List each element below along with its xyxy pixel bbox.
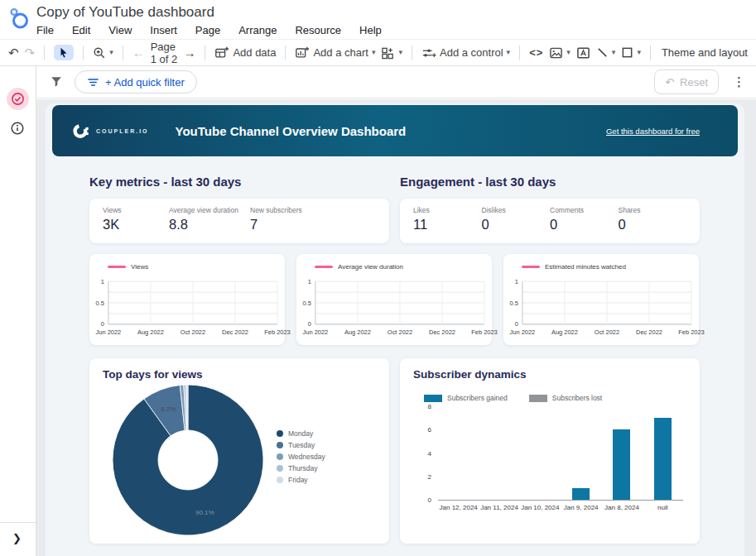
legend-item: Tuesday [277, 441, 325, 449]
metric-label: Views [103, 206, 169, 214]
info-icon [10, 121, 25, 136]
check-circle-icon [11, 92, 25, 106]
add-data-label: Add data [233, 46, 276, 59]
bar-legend: Subscribers gainedSubscribers lost [424, 394, 686, 402]
rail-divider [0, 522, 36, 523]
quick-filter-label: + Add quick filter [105, 76, 185, 89]
avg-view-duration-line-chart: Jun 2022Aug 2022Oct 2022Dec 2022Feb 2023… [299, 274, 489, 343]
chart-title: Top days for views [103, 368, 376, 381]
metric-label: Average view duration [169, 206, 250, 214]
svg-text:Feb 2023: Feb 2023 [678, 328, 705, 336]
estimated-minutes-line-chart: Jun 2022Aug 2022Oct 2022Dec 2022Feb 2023… [506, 274, 696, 343]
menu-edit[interactable]: Edit [72, 24, 90, 36]
insert-shape-button[interactable]: ▾ [621, 46, 641, 59]
metric-avg-view-duration: Average view duration 8.8 [169, 206, 250, 236]
toolbar: ↶ ↷ ▾ ← Page 1 of 2 → Add data Add a cha… [0, 40, 756, 66]
metric-shares: Shares 0 [619, 206, 687, 236]
chevron-down-icon: ▾ [566, 49, 571, 56]
metric-value: 0 [482, 217, 551, 232]
legend-dot [277, 442, 283, 448]
add-data-icon [214, 46, 229, 60]
expand-panel-button[interactable]: ❯ [12, 532, 22, 544]
reset-button[interactable]: ↶ Reset [654, 70, 719, 94]
views-line-chart-card[interactable]: Views Jun 2022Aug 2022Oct 2022Dec 2022Fe… [89, 254, 285, 345]
text-icon [576, 46, 590, 60]
report-canvas: COUPLER.IO YouTube Channel Overview Dash… [36, 99, 756, 556]
legend-item: Thursday [277, 464, 325, 472]
chart-legend: Views [108, 263, 148, 271]
legend-swatch [424, 395, 442, 402]
svg-text:1: 1 [515, 278, 518, 285]
subscriber-dynamics-bar-card[interactable]: Subscriber dynamics Subscribers gainedSu… [400, 358, 700, 544]
looker-studio-logo[interactable] [8, 7, 31, 31]
estimated-minutes-line-chart-card[interactable]: Estimated minutes watched Jun 2022Aug 20… [503, 254, 699, 345]
menu-file[interactable]: File [36, 24, 54, 36]
insert-image-button[interactable]: ▾ [549, 46, 571, 60]
more-options-button[interactable]: ⋮ [730, 74, 748, 89]
filter-list-icon [87, 77, 99, 88]
metric-new-subscribers: New subscribers 7 [250, 206, 302, 236]
menu-resource[interactable]: Resource [295, 24, 341, 36]
svg-text:Oct 2022: Oct 2022 [181, 328, 205, 336]
previous-page-button[interactable]: ← [132, 46, 145, 59]
undo-icon: ↶ [8, 46, 19, 59]
metric-label: Comments [550, 206, 619, 214]
add-chart-icon [295, 46, 310, 60]
metric-value: 8.8 [169, 217, 250, 232]
menu-insert[interactable]: Insert [150, 24, 177, 36]
svg-text:0.5: 0.5 [303, 300, 311, 307]
legend-item: Friday [277, 476, 325, 484]
insert-line-button[interactable]: ▾ [596, 46, 616, 59]
bar [613, 429, 630, 500]
zoom-tool-button[interactable]: ▾ [93, 46, 113, 60]
add-control-label: Add a control [440, 46, 503, 59]
legend-swatch [529, 395, 547, 402]
get-dashboard-link[interactable]: Get this dashboard for free [606, 127, 700, 136]
chart-legend: Estimated minutes watched [522, 263, 626, 271]
next-page-button[interactable]: → [183, 46, 195, 59]
document-title[interactable]: Copy of YouTube dashboard [36, 4, 214, 21]
toolbar-divider [44, 46, 45, 60]
add-control-icon [421, 46, 436, 60]
approval-status-button[interactable] [7, 88, 29, 110]
undo-button[interactable]: ↶ [8, 46, 19, 59]
redo-button[interactable]: ↷ [25, 46, 36, 59]
select-tool-button[interactable] [54, 45, 74, 60]
legend-line-swatch [522, 266, 540, 268]
add-control-button[interactable]: Add a control ▾ [421, 46, 510, 60]
menu-arrange[interactable]: Arrange [238, 24, 277, 36]
info-button[interactable] [10, 121, 25, 136]
metric-label: Dislikes [482, 206, 551, 214]
report-page: COUPLER.IO YouTube Channel Overview Dash… [46, 103, 744, 556]
svg-text:Aug 2022: Aug 2022 [551, 328, 578, 336]
report-banner[interactable]: COUPLER.IO YouTube Channel Overview Dash… [52, 105, 738, 156]
svg-text:0: 0 [101, 320, 104, 328]
svg-text:1: 1 [308, 278, 311, 285]
embed-url-button[interactable]: <> [529, 46, 543, 59]
community-visualizations-button[interactable]: ▾ [381, 46, 402, 60]
metric-likes: Likes 11 [413, 206, 482, 236]
chart-legend: Average view duration [315, 263, 403, 271]
menu-view[interactable]: View [108, 24, 132, 36]
insert-text-button[interactable] [576, 46, 590, 60]
add-chart-button[interactable]: Add a chart ▾ [295, 46, 375, 60]
svg-text:Feb 2023: Feb 2023 [471, 328, 498, 336]
avg-view-duration-line-chart-card[interactable]: Average view duration Jun 2022Aug 2022Oc… [296, 254, 492, 345]
image-icon [549, 46, 563, 60]
metric-value: 7 [250, 217, 302, 232]
couplerio-logo-icon [73, 122, 90, 140]
dashboard-title: YouTube Channel Overview Dashboard [176, 124, 407, 138]
theme-and-layout-button[interactable]: Theme and layout [662, 46, 748, 59]
svg-text:Jun 2022: Jun 2022 [510, 328, 536, 336]
svg-text:0.5: 0.5 [510, 300, 518, 307]
top-days-donut-card[interactable]: Top days for views 90.1%8.2% MondayTuesd… [89, 358, 389, 544]
key-metrics-scorecard[interactable]: Views 3K Average view duration 8.8 New s… [89, 199, 389, 243]
legend-label: Estimated minutes watched [545, 263, 626, 271]
chevron-down-icon: ▾ [637, 49, 641, 56]
menu-help[interactable]: Help [359, 24, 382, 36]
metric-value: 0 [619, 217, 687, 232]
engagement-scorecard[interactable]: Likes 11 Dislikes 0 Comments 0 Shares 0 [400, 199, 700, 243]
menu-page[interactable]: Page [195, 24, 220, 36]
add-data-button[interactable]: Add data [214, 46, 276, 60]
add-quick-filter-button[interactable]: + Add quick filter [75, 70, 197, 93]
